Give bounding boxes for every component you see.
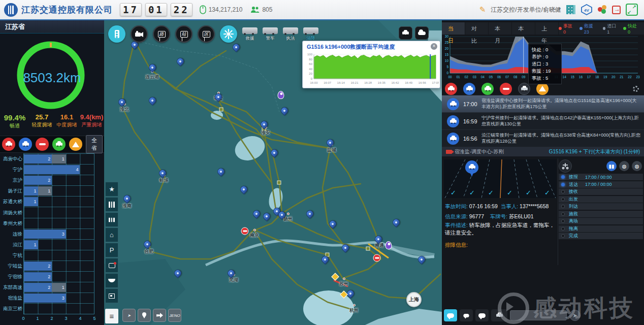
- crane-icon[interactable]: [559, 159, 572, 173]
- umbrella-button[interactable]: [105, 273, 118, 288]
- accident-type-icon[interactable]: [445, 83, 457, 95]
- stats-button[interactable]: [105, 197, 118, 212]
- camera-name[interactable]: 宿淮盐-调度中心-苏刚: [455, 148, 504, 155]
- parking-button[interactable]: P: [105, 243, 118, 257]
- cloud-weather-button[interactable]: [415, 26, 429, 40]
- tooltip-row: 养护 : 0: [532, 53, 558, 60]
- road-weather-button[interactable]: [399, 26, 412, 40]
- shanghai-badge[interactable]: 上海: [406, 292, 422, 307]
- lane-open-check-icon: ✓: [538, 189, 557, 197]
- tab-本月[interactable]: 本月: [489, 22, 512, 35]
- timeline-step[interactable]: 拖离: [559, 225, 643, 232]
- station-sign-layer-icon[interactable]: 站: [175, 25, 192, 43]
- timeline-step[interactable]: 施救: [559, 211, 643, 217]
- weather-layer-icon[interactable]: [220, 25, 237, 43]
- hexagon-4v-icon[interactable]: 4V: [581, 4, 593, 15]
- svg-text:16:07: 16:07: [324, 81, 332, 84]
- tab-当日[interactable]: 当日: [442, 22, 465, 35]
- road-closure-marker[interactable]: [241, 228, 249, 235]
- navigate-button[interactable]: ➤: [122, 309, 136, 322]
- road-closure-marker[interactable]: [373, 254, 381, 262]
- event-list-item[interactable]: 16:59宁沪常州接到一起清障请求。清障地点在G42沪蓉高速K155+000(上…: [442, 113, 644, 130]
- fullscreen-icon[interactable]: ↗ ↙: [626, 4, 638, 16]
- bar-category-label: 京沪: [0, 175, 22, 185]
- incident-party: 137****5658: [520, 203, 549, 209]
- locate-button[interactable]: [138, 309, 151, 322]
- timeline-step[interactable]: 接报17:00 / 00:00: [559, 174, 643, 180]
- timeline-step[interactable]: 离场: [559, 218, 643, 224]
- share-button[interactable]: [153, 309, 166, 322]
- left-panel: 江苏省 8503.2km 99.4%畅通25.7轻度拥堵16.1中度拥堵9.4(…: [0, 20, 104, 325]
- svg-text:0: 0: [311, 77, 313, 80]
- accident-filter-icon[interactable]: [2, 138, 15, 151]
- closure-filter-icon[interactable]: [36, 138, 49, 151]
- timeline-step[interactable]: 出发: [559, 196, 643, 203]
- closure-type-icon[interactable]: [500, 83, 512, 95]
- dispatch-unit-icon[interactable]: ◍: [619, 161, 629, 171]
- rescue-filter-icon[interactable]: [19, 138, 32, 151]
- monitor-button[interactable]: [105, 258, 118, 273]
- traffic-light-layer-icon[interactable]: [108, 25, 125, 43]
- tab-本年[interactable]: 本年: [512, 22, 535, 35]
- congestion-type-icon[interactable]: [518, 83, 530, 95]
- province-filter-button[interactable]: 全省: [86, 135, 103, 153]
- logout-icon[interactable]: [612, 6, 621, 14]
- rescue-vehicle-toggle[interactable]: 救援: [242, 27, 257, 42]
- zone-sign-layer-icon[interactable]: 区: [198, 25, 215, 43]
- bar-row: [24, 207, 94, 218]
- vehicle-message-button[interactable]: [491, 309, 507, 321]
- map-canvas[interactable]: 连云港淮北宿迁淮安盐城蚌埠淮南合肥南京扬州南通苏州芜湖杭州 上海 路 站 区: [104, 20, 442, 325]
- tab-上年[interactable]: 上年: [535, 22, 559, 35]
- message-button[interactable]: [475, 309, 489, 321]
- home-button[interactable]: ⌂: [105, 228, 118, 242]
- status-dots-icon[interactable]: [598, 5, 607, 14]
- settings-gear-icon[interactable]: [633, 86, 639, 92]
- svg-text:80: 80: [309, 58, 312, 61]
- analytics-button[interactable]: [105, 212, 118, 227]
- patrol-filter-icon[interactable]: [52, 138, 66, 151]
- construction-type-icon[interactable]: [536, 83, 549, 95]
- patrol-person-marker[interactable]: [278, 91, 284, 99]
- dispatch-unit-icon-active[interactable]: ▮▮: [606, 161, 617, 171]
- grid-apps-icon[interactable]: [566, 5, 575, 14]
- popup-close-icon[interactable]: ×: [431, 43, 437, 50]
- patrol-person-marker[interactable]: [385, 241, 392, 249]
- camera-layer-icon[interactable]: [131, 25, 148, 43]
- towing-vehicle-toggle[interactable]: 清障: [303, 27, 318, 42]
- event-list-item[interactable]: 16:56沿江锡常接到一起清障请求。清障地点在S38常合高速K84+000(常熟…: [442, 130, 644, 147]
- favorites-button[interactable]: ★: [105, 182, 118, 197]
- bar-row: 11: [24, 186, 94, 197]
- lane-status-diagram: ✓✓✓✓✓✓: [444, 159, 557, 198]
- timeline-step[interactable]: 完成: [559, 233, 643, 239]
- police-vehicle-toggle[interactable]: 警车: [263, 27, 278, 42]
- enforcement-vehicle-toggle[interactable]: 执法: [283, 27, 298, 42]
- patrol-type-icon[interactable]: [481, 83, 494, 95]
- svg-text:07: 07: [505, 75, 509, 79]
- timeline-step[interactable]: 接收: [559, 188, 643, 195]
- svg-text:14: 14: [563, 75, 567, 79]
- clock-digit-card: 17: [120, 3, 142, 16]
- chat-button-active[interactable]: [444, 309, 457, 321]
- menu-button[interactable]: ≡: [105, 309, 118, 323]
- construction-filter-icon[interactable]: [69, 138, 82, 151]
- bar-category-label: 苏通大桥: [0, 196, 22, 207]
- svg-text:22: 22: [628, 75, 632, 79]
- edit-pen-icon[interactable]: ✎: [479, 5, 486, 14]
- timeline-step[interactable]: 送达17:00 / 00:00: [559, 181, 643, 188]
- tab-对比[interactable]: 对比: [465, 22, 489, 35]
- dispatch-unit-icon[interactable]: ◍: [632, 161, 642, 171]
- event-time: 17:00: [463, 101, 481, 107]
- event-list-item[interactable]: 17:00宿淮盐调度中心接到一起清障请求。清障地点在G1516盐洛高速K196+…: [442, 95, 644, 113]
- chat-input[interactable]: [510, 310, 567, 320]
- chart-tooltip: 快处 : 0养护 : 0道口 : 3救援 : 19事故 : 5: [528, 44, 562, 84]
- timeline-step[interactable]: 到达: [559, 203, 643, 210]
- bar-category-label: 宿淮盐: [0, 292, 22, 303]
- snapshot-button[interactable]: [105, 288, 118, 303]
- tooltip-row: 快处 : 0: [532, 46, 558, 53]
- gauge-value: 8503.2km: [0, 70, 104, 86]
- group-chat-button[interactable]: [460, 309, 473, 321]
- send-icon[interactable]: ➤: [569, 310, 581, 321]
- brand-button[interactable]: JENO: [168, 309, 181, 322]
- road-sign-layer-icon[interactable]: 路: [153, 25, 170, 43]
- rescue-type-icon[interactable]: [463, 83, 475, 95]
